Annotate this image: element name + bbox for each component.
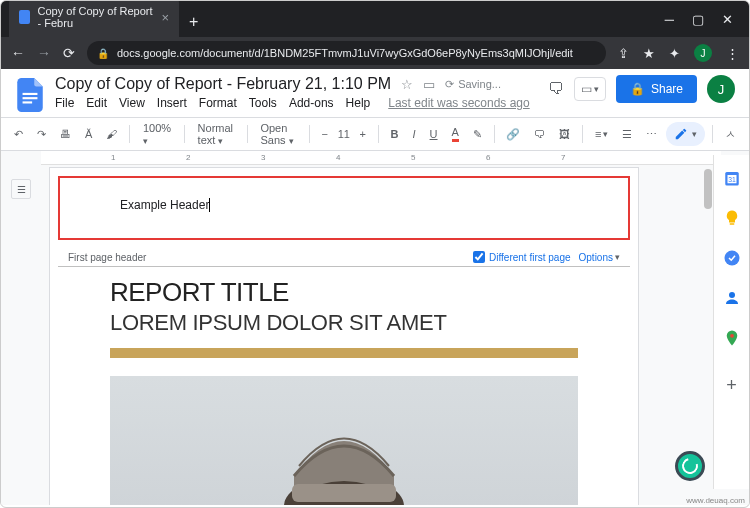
url-text: docs.google.com/document/d/1BNDM25FTmvmJ… <box>117 47 573 59</box>
undo-icon[interactable]: ↶ <box>9 124 28 145</box>
document-title[interactable]: Copy of Copy of Report - February 21, 1:… <box>55 75 391 93</box>
bold-icon[interactable]: B <box>386 124 404 144</box>
paint-format-icon[interactable]: 🖌 <box>101 124 122 144</box>
contacts-icon[interactable] <box>723 289 741 307</box>
report-subtitle[interactable]: LOREM IPSUM DOLOR SIT AMET <box>110 310 578 336</box>
new-tab-button[interactable]: + <box>179 7 208 37</box>
tasks-icon[interactable] <box>723 249 741 267</box>
docs-favicon <box>19 10 30 24</box>
menu-insert[interactable]: Insert <box>157 96 187 110</box>
browser-tab[interactable]: Copy of Copy of Report - Febru × <box>9 0 179 37</box>
chevron-down-icon: ▾ <box>594 84 599 94</box>
paragraph-style-select[interactable]: Normal text ▾ <box>192 118 240 150</box>
star-icon[interactable]: ☆ <box>401 77 413 92</box>
move-icon[interactable]: ▭ <box>423 77 435 92</box>
menu-edit[interactable]: Edit <box>86 96 107 110</box>
document-page[interactable]: Example Header First page header Differe… <box>49 167 639 505</box>
docs-header: Copy of Copy of Report - February 21, 1:… <box>1 69 749 117</box>
browser-profile-avatar[interactable]: J <box>694 44 712 62</box>
window-controls: ─ ▢ ✕ <box>665 12 741 37</box>
account-avatar[interactable]: J <box>707 75 735 103</box>
more-icon[interactable]: ⋯ <box>641 124 662 145</box>
menu-tools[interactable]: Tools <box>249 96 277 110</box>
increase-font-icon[interactable]: + <box>355 124 371 144</box>
zoom-select[interactable]: 100% ▾ <box>137 118 177 150</box>
horizontal-ruler[interactable]: 1 2 3 4 5 6 7 <box>41 151 721 165</box>
editing-mode-button[interactable]: ▾ <box>666 122 705 146</box>
reload-icon[interactable]: ⟳ <box>63 45 75 61</box>
maximize-icon[interactable]: ▢ <box>692 12 704 27</box>
italic-icon[interactable]: I <box>408 124 421 144</box>
hero-image[interactable] <box>110 376 578 505</box>
lock-share-icon: 🔒 <box>630 82 645 96</box>
last-edit-link[interactable]: Last edit was seconds ago <box>388 96 529 110</box>
tab-title: Copy of Copy of Report - Febru <box>38 5 154 29</box>
docs-logo-icon[interactable] <box>15 75 45 115</box>
watermark: www.deuaq.com <box>686 496 745 505</box>
underline-icon[interactable]: U <box>425 124 443 144</box>
document-body[interactable]: REPORT TITLE LOREM IPSUM DOLOR SIT AMET <box>50 267 638 505</box>
different-first-page-checkbox[interactable]: Different first page <box>473 251 571 263</box>
browser-address-bar: ← → ⟳ 🔒 docs.google.com/document/d/1BNDM… <box>1 37 749 69</box>
menu-help[interactable]: Help <box>346 96 371 110</box>
hide-menus-icon[interactable]: ㅅ <box>720 123 741 146</box>
minimize-icon[interactable]: ─ <box>665 12 674 27</box>
saving-status: ⟳ Saving... <box>445 78 501 91</box>
side-panel: 31 + <box>713 155 749 489</box>
report-title[interactable]: REPORT TITLE <box>110 277 578 308</box>
header-text[interactable]: Example Header <box>120 198 209 212</box>
url-input[interactable]: 🔒 docs.google.com/document/d/1BNDM25FTmv… <box>87 41 606 65</box>
share-button[interactable]: 🔒 Share <box>616 75 697 103</box>
header-editing-zone[interactable]: Example Header <box>58 176 630 240</box>
header-options-button[interactable]: Options ▾ <box>579 252 620 263</box>
close-window-icon[interactable]: ✕ <box>722 12 733 27</box>
align-icon[interactable]: ≡ ▾ <box>590 124 613 144</box>
add-addon-icon[interactable]: + <box>726 375 737 396</box>
back-icon[interactable]: ← <box>11 45 25 61</box>
forward-icon: → <box>37 45 51 61</box>
svg-point-9 <box>724 251 739 266</box>
svg-point-10 <box>729 292 735 298</box>
vertical-scrollbar[interactable] <box>704 169 712 209</box>
calendar-icon[interactable]: 31 <box>723 169 741 187</box>
share-url-icon[interactable]: ⇪ <box>618 46 629 61</box>
browser-menu-icon[interactable]: ⋮ <box>726 46 739 61</box>
spellcheck-icon[interactable]: Ă <box>80 124 97 144</box>
menu-addons[interactable]: Add-ons <box>289 96 334 110</box>
header-label: First page header <box>68 252 146 263</box>
menu-file[interactable]: File <box>55 96 74 110</box>
menu-bar: File Edit View Insert Format Tools Add-o… <box>55 93 538 110</box>
extensions-icon[interactable]: ✦ <box>669 46 680 61</box>
svg-rect-0 <box>23 93 38 95</box>
svg-point-11 <box>730 334 734 338</box>
outline-toggle-icon[interactable]: ☰ <box>11 179 31 199</box>
text-color-icon[interactable]: A <box>447 122 464 146</box>
close-tab-icon[interactable]: × <box>161 10 169 25</box>
svg-text:31: 31 <box>728 176 736 183</box>
menu-view[interactable]: View <box>119 96 145 110</box>
present-button[interactable]: ▭ ▾ <box>574 77 606 101</box>
redo-icon[interactable]: ↷ <box>32 124 51 145</box>
grammarly-icon[interactable] <box>675 451 705 481</box>
insert-comment-icon[interactable]: 🗨 <box>529 124 550 144</box>
menu-format[interactable]: Format <box>199 96 237 110</box>
insert-link-icon[interactable]: 🔗 <box>501 124 525 145</box>
print-icon[interactable]: 🖶 <box>55 124 76 144</box>
maps-icon[interactable] <box>723 329 741 347</box>
svg-rect-1 <box>23 97 38 99</box>
cloud-sync-icon: ⟳ <box>445 78 454 91</box>
highlight-icon[interactable]: ✎ <box>468 124 487 145</box>
decrease-font-icon[interactable]: − <box>317 124 333 144</box>
svg-rect-2 <box>23 101 33 103</box>
line-spacing-icon[interactable]: ☰ <box>617 124 637 145</box>
bookmark-icon[interactable]: ★ <box>643 46 655 61</box>
comment-history-icon[interactable]: 🗨 <box>548 80 564 98</box>
chevron-down-icon: ▾ <box>692 129 697 139</box>
font-size-input[interactable]: 11 <box>337 128 351 140</box>
font-select[interactable]: Open Sans ▾ <box>254 118 302 150</box>
insert-image-icon[interactable]: 🖼 <box>554 124 575 144</box>
keep-icon[interactable] <box>723 209 741 227</box>
svg-rect-4 <box>292 484 396 502</box>
divider-bar <box>110 348 578 358</box>
browser-tab-strip: Copy of Copy of Report - Febru × + ─ ▢ ✕ <box>1 1 749 37</box>
